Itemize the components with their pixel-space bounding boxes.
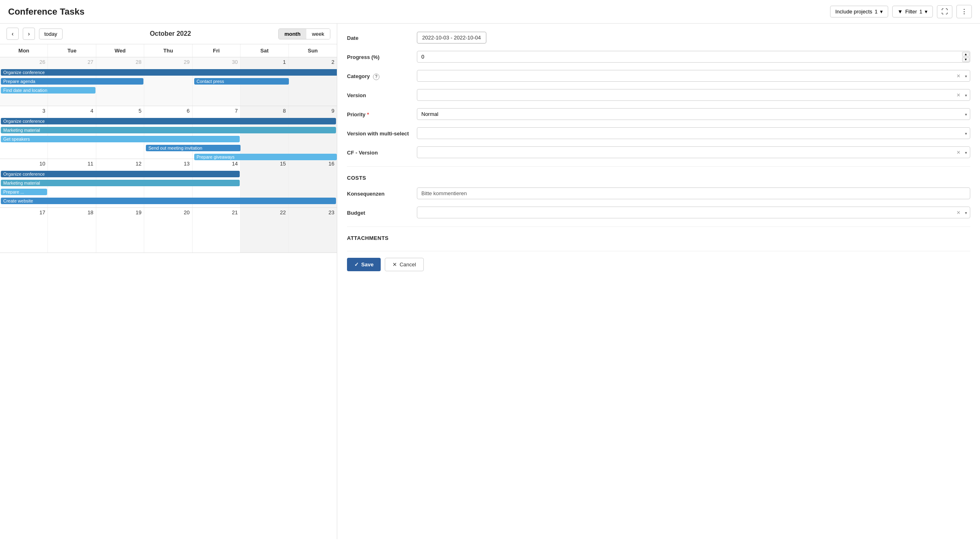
today-button[interactable]: today: [39, 28, 63, 39]
nav-prev-button[interactable]: ‹: [7, 28, 19, 40]
version-label: Version: [347, 89, 412, 98]
spin-down-button[interactable]: ▼: [962, 57, 969, 62]
calendar-grid: Mon Tue Wed Thu Fri Sat Sun 26 27 28 29 …: [0, 44, 337, 539]
konsequenzen-input[interactable]: [417, 187, 970, 199]
progress-label: Progress (%): [347, 51, 412, 60]
filter-count: 1: [919, 9, 922, 15]
weekday-fri: Fri: [193, 44, 241, 57]
app-title: Conference Tasks: [8, 7, 85, 17]
arrow-right-icon: ›: [28, 30, 30, 37]
arrow-left-icon: ‹: [12, 30, 14, 37]
divider-attachments: [347, 226, 970, 227]
priority-required-mark: *: [367, 111, 369, 118]
event-send-meeting-invitation[interactable]: Send out meeting invitation: [146, 145, 241, 151]
event-prepare-agenda[interactable]: Prepare agenda: [1, 78, 143, 85]
category-field-group: Category ? ✕ ▾: [347, 70, 970, 82]
include-projects-count: 1: [875, 9, 878, 15]
spin-up-button[interactable]: ▲: [962, 52, 969, 57]
date-badge[interactable]: 2022-10-03 - 2022-10-04: [417, 32, 486, 44]
category-clear-icon[interactable]: ✕: [956, 73, 960, 79]
category-label: Category ?: [347, 70, 412, 80]
week-row-3: 10 11 12 13 14 15 16 Organize conference…: [0, 159, 337, 208]
cf-version-clear-icon[interactable]: ✕: [956, 150, 960, 155]
date-value-wrapper: 2022-10-03 - 2022-10-04: [417, 32, 970, 44]
weekday-thu: Thu: [144, 44, 192, 57]
times-icon: ✕: [392, 261, 397, 268]
weekday-sun: Sun: [289, 44, 337, 57]
nav-next-button[interactable]: ›: [23, 28, 35, 40]
event-organize-conference-3[interactable]: Organize conference: [1, 171, 240, 177]
event-contact-press[interactable]: Contact press: [194, 78, 289, 85]
action-bar: ✓ Save ✕ Cancel: [347, 251, 970, 271]
day-cell[interactable]: 17: [0, 208, 48, 253]
event-get-speakers[interactable]: Get speakers: [1, 136, 240, 142]
header-controls: Include projects 1 ▾ ▼ Filter 1 ▾ ⛶ ⋮: [830, 5, 972, 18]
more-options-button[interactable]: ⋮: [956, 5, 972, 18]
category-wrapper: ✕ ▾: [417, 70, 970, 82]
calendar-panel: ‹ › today October 2022 month week Mon Tu…: [0, 24, 337, 539]
version-clear-icon[interactable]: ✕: [956, 92, 960, 98]
day-cell[interactable]: 18: [48, 208, 96, 253]
day-cell[interactable]: 23: [289, 208, 337, 253]
save-button[interactable]: ✓ Save: [347, 258, 381, 271]
priority-label: Priority *: [347, 108, 412, 118]
budget-wrapper: ✕ ▾: [417, 207, 970, 218]
filter-icon: ▼: [898, 9, 903, 15]
version-multiselect-wrapper: ▾: [417, 127, 970, 139]
budget-clear-icon[interactable]: ✕: [956, 210, 960, 216]
version-select[interactable]: [417, 89, 970, 101]
version-field-group: Version ✕ ▾: [347, 89, 970, 101]
category-info-icon[interactable]: ?: [373, 74, 379, 80]
day-cell[interactable]: 20: [144, 208, 192, 253]
weekday-sat: Sat: [241, 44, 288, 57]
app-header: Conference Tasks Include projects 1 ▾ ▼ …: [0, 0, 980, 24]
budget-field-group: Budget ✕ ▾: [347, 207, 970, 218]
month-title: October 2022: [67, 30, 274, 37]
cf-version-wrapper: ✕ ▾: [417, 146, 970, 158]
event-prepare-giveaways[interactable]: Prepare giveaways: [194, 154, 337, 160]
cf-version-select[interactable]: [417, 146, 970, 158]
priority-select[interactable]: Normal Low High Urgent: [417, 108, 970, 120]
attachments-heading: ATTACHMENTS: [347, 235, 970, 241]
week-view-button[interactable]: week: [306, 29, 330, 39]
weekday-tue: Tue: [48, 44, 96, 57]
event-marketing-material[interactable]: Marketing material: [1, 127, 336, 133]
month-view-button[interactable]: month: [279, 29, 306, 39]
weekday-wed: Wed: [96, 44, 144, 57]
costs-heading: COSTS: [347, 175, 970, 181]
event-create-website[interactable]: Create website: [1, 198, 336, 204]
event-prepare-short[interactable]: Prepare ...: [1, 189, 47, 195]
event-organize-conference[interactable]: Organize conference: [1, 69, 337, 76]
day-cell[interactable]: 2: [289, 57, 337, 106]
event-organize-conference-2[interactable]: Organize conference: [1, 118, 336, 124]
fullscreen-button[interactable]: ⛶: [937, 5, 952, 18]
date-label: Date: [347, 32, 412, 41]
calendar-header-row: Mon Tue Wed Thu Fri Sat Sun: [0, 44, 337, 57]
week-row-4: 17 18 19 20 21 22 23: [0, 208, 337, 253]
cancel-label: Cancel: [399, 261, 416, 268]
day-cell[interactable]: 22: [241, 208, 288, 253]
include-projects-button[interactable]: Include projects 1 ▾: [830, 6, 888, 17]
version-wrapper: ✕ ▾: [417, 89, 970, 101]
day-cell[interactable]: 21: [193, 208, 241, 253]
day-cell[interactable]: 19: [96, 208, 144, 253]
konsequenzen-field-group: Konsequenzen: [347, 187, 970, 199]
filter-button[interactable]: ▼ Filter 1 ▾: [892, 6, 933, 17]
event-find-date-location[interactable]: Find date and location: [1, 87, 95, 94]
cancel-button[interactable]: ✕ Cancel: [385, 258, 423, 271]
konsequenzen-label: Konsequenzen: [347, 187, 412, 197]
chevron-down-icon: ▾: [880, 9, 883, 15]
event-marketing-material-2[interactable]: Marketing material: [1, 180, 240, 186]
view-toggle: month week: [278, 28, 330, 39]
budget-select[interactable]: [417, 207, 970, 218]
fullscreen-icon: ⛶: [941, 8, 948, 15]
week-row-1: 26 27 28 29 30 1 2 Organize conference P…: [0, 57, 337, 106]
chevron-down-icon: ▾: [925, 9, 928, 15]
progress-input[interactable]: [417, 51, 970, 63]
priority-wrapper: Normal Low High Urgent ▾: [417, 108, 970, 120]
cal-toolbar: ‹ › today October 2022 month week: [0, 24, 337, 44]
category-select[interactable]: [417, 70, 970, 82]
version-multiselect-select[interactable]: [417, 127, 970, 139]
day-cell[interactable]: 29: [144, 57, 192, 106]
version-multiselect-label: Version with multi-select: [347, 127, 412, 137]
